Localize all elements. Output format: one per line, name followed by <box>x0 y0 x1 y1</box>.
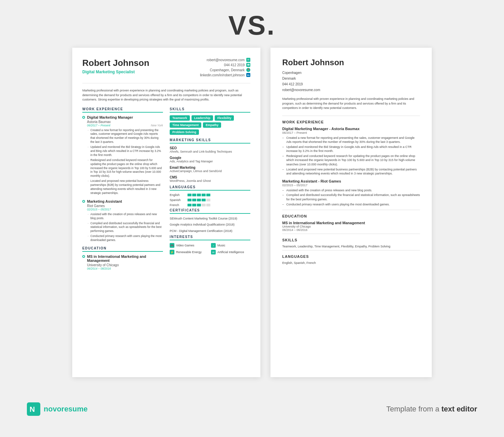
lang-bar-s3 <box>197 199 201 201</box>
right-phone: 044 412 2019 <box>282 81 420 87</box>
exp-dot-2 <box>82 200 85 203</box>
exp-item-1: Digital Marketing Manager Astoria Baumax… <box>82 115 163 195</box>
exp-dates-2: 02/2015 – 05/2017 <box>87 208 163 211</box>
mkt-skills-title: MARKETING SKILLS <box>170 138 250 144</box>
lang-bar-s1 <box>187 199 192 201</box>
novoresume-brand: N novoresume <box>27 402 88 416</box>
lang-bar-e2 <box>192 194 196 196</box>
exp-bullet-1-4: Located and proposed new potential busin… <box>87 179 163 195</box>
exp-dates-1: 06/2017 – Present New York <box>87 124 163 127</box>
right-edu-degree-1: MS in International Marketing and Manage… <box>282 221 420 225</box>
exp-bullet-2-1: Assisted with the creation of press rele… <box>87 212 163 221</box>
exp-company-1: Astoria Baumax <box>87 120 163 124</box>
right-bullet-1-2: Updated and monitored the Bid Strategy i… <box>282 145 420 153</box>
location-icon: 📍 <box>246 68 250 72</box>
mkt-skill-email-name: Email Marketing <box>170 166 250 169</box>
mkt-skill-email-detail: ActiveCampaign, Litmus and SendGrid <box>170 169 250 173</box>
exp-company-row-2: Marketing Assistant <box>82 199 163 203</box>
right-bullet-2-2: Compiled and distributed successfully th… <box>282 193 420 201</box>
skill-tag-leadership: Leadership <box>192 115 213 121</box>
cert-title-left: CERTIFICATES <box>170 208 250 214</box>
novoresume-text: novoresume <box>44 405 88 413</box>
right-bullet-1-3: Redesigned and conducted keyword researc… <box>282 154 420 167</box>
edu-dates-1: 06/2014 – 08/2016 <box>87 267 163 270</box>
left-location-row: Copenhagen, Denmark 📍 <box>200 68 250 72</box>
bottom-bar: N novoresume Template from a text editor <box>0 394 504 424</box>
interest-ai: AI Artificial Intelligence <box>211 250 250 254</box>
lang-bar-s4 <box>202 199 206 201</box>
phone-icon: ☎ <box>246 63 250 67</box>
right-edu-school-1: University of Chicago <box>282 225 420 228</box>
lang-spanish: Spanish <box>170 198 250 202</box>
mkt-skill-google-name: Google <box>170 156 250 160</box>
right-exp-dates-2: 02/2015 – 05/2017 <box>282 184 420 187</box>
left-name-section: Robert Johnson Digital Marketing Special… <box>82 58 149 78</box>
left-two-col: WORK EXPERIENCE Digital Marketing Manage… <box>82 107 250 273</box>
mkt-skill-email: Email Marketing ActiveCampaign, Litmus a… <box>170 166 250 173</box>
right-exp-item-2: Marketing Assistant - Riot Games 02/2015… <box>282 179 420 206</box>
left-summary: Marketing professional with proven exper… <box>82 88 250 102</box>
right-city: Copenhagen <box>282 70 420 76</box>
interest-video-games: 🎮 Video Games <box>170 243 209 248</box>
svg-text:N: N <box>30 405 35 413</box>
lang-english: English <box>170 193 250 197</box>
interests-title-left: INTERESTS <box>170 235 250 240</box>
template-label-bold: text editor <box>442 405 477 413</box>
skill-tag-time-mgmt: Time Management <box>170 122 201 128</box>
right-work-exp-title: WORK EXPERIENCE <box>282 120 420 124</box>
right-edu-item-1: MS in International Marketing and Manage… <box>282 221 420 232</box>
edu-dot-1 <box>82 255 85 258</box>
left-email-row: robert@novoresume.com ✉ <box>200 58 250 62</box>
left-location-text: Copenhagen, Denmark <box>210 68 245 72</box>
left-linkedin-row: linkedin.com/in/robert.johnson in <box>200 73 250 77</box>
edu-company-row-1: MS in International Marketing and Manage… <box>82 254 163 263</box>
divider-4 <box>282 250 420 250</box>
vs-header: VS. <box>0 0 504 48</box>
edu-school-1: University of Chicago <box>87 263 163 267</box>
exp-date-range-2: 02/2015 – 05/2017 <box>87 208 111 211</box>
left-phone-text: 044 412 2019 <box>224 63 245 67</box>
skills-tags: Teamwork Leadership Flexibility Time Man… <box>170 115 250 135</box>
interest-renewable-label: Renewable Energy <box>176 250 202 254</box>
lang-english-name: English <box>170 193 185 197</box>
right-exp-title-2: Marketing Assistant - Riot Games <box>282 179 420 183</box>
right-bullet-2-1: Assisted with the creation of press rele… <box>282 188 420 193</box>
lang-bar-f2 <box>192 204 196 206</box>
main-container: Robert Johnson Digital Marketing Special… <box>0 48 504 391</box>
lang-french-name: French <box>170 203 185 207</box>
right-exp-item-1: Digital Marketing Manager - Astoria Baum… <box>282 127 420 176</box>
interest-music-label: Music <box>217 244 225 247</box>
novoresume-logo-svg: N <box>27 402 40 416</box>
right-bullet-1-1: Created a new format for reporting and p… <box>282 136 420 144</box>
mkt-skill-google-detail: Ads, Analytics and Tag Manager <box>170 160 250 163</box>
resume-right: Robert Johnson Copenhagen Denmark 044 41… <box>270 48 432 377</box>
video-games-icon: 🎮 <box>170 243 174 248</box>
cert-item-3: PCM - Digital Management Certification (… <box>170 229 250 233</box>
exp-bullet-2-2: Compiled and distributed successfully th… <box>87 222 163 234</box>
lang-bar-e3 <box>197 194 201 196</box>
left-phone-row: 044 412 2019 ☎ <box>200 63 250 67</box>
linkedin-icon: in <box>246 73 250 77</box>
exp-date-range-1: 06/2017 – Present <box>87 124 110 127</box>
ai-icon: AI <box>211 250 216 254</box>
mkt-skill-seo-name: SEO <box>170 146 250 150</box>
left-col-main: WORK EXPERIENCE Digital Marketing Manage… <box>82 107 163 273</box>
right-email: robert@novoresume.com <box>282 87 420 93</box>
lang-bar-s5 <box>206 199 210 201</box>
exp-bullet-1-3: Redesigned and conducted keyword researc… <box>87 158 163 178</box>
lang-bar-f3 <box>197 204 201 206</box>
renewable-icon: ⚡ <box>170 250 174 254</box>
cert-item-2: Google Analytics Individual Qualificatio… <box>170 223 250 227</box>
left-contact: robert@novoresume.com ✉ 044 412 2019 ☎ C… <box>200 58 250 78</box>
email-icon: ✉ <box>246 58 250 62</box>
edu-degree-1: MS in International Marketing and Manage… <box>87 254 163 263</box>
template-label-prefix: Template from a <box>386 405 442 413</box>
lang-bar-f5 <box>206 204 210 206</box>
exp-company-row-1: Digital Marketing Manager <box>82 115 163 119</box>
exp-bullets-1: Created a new format for reporting and p… <box>87 128 163 195</box>
lang-spanish-bars <box>187 199 210 201</box>
exp-bullet-1-1: Created a new format for reporting and p… <box>87 128 163 145</box>
mkt-skill-cms-name: CMS <box>170 175 250 179</box>
novo-name-rest: ovoresume <box>48 405 87 413</box>
mkt-skill-seo-detail: Ahrefs, Semrush and Link-building Techni… <box>170 150 250 153</box>
